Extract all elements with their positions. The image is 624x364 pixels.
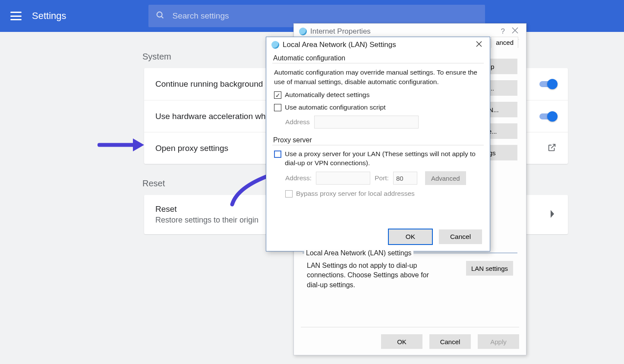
group-title: Automatic configuration (272, 54, 484, 62)
reset-title: Reset (155, 204, 258, 214)
row-label: Use hardware acceleration wh (155, 112, 266, 121)
window-title: Internet Properties (310, 27, 371, 36)
external-link-icon (547, 143, 557, 154)
checkbox-bypass-local[interactable] (285, 190, 293, 198)
group-title: Proxy server (272, 136, 484, 144)
cancel-button[interactable]: Cancel (439, 229, 482, 244)
lan-description: LAN Settings do not apply to dial-up con… (307, 261, 441, 290)
svg-line-1 (161, 16, 163, 18)
ok-button[interactable]: OK (381, 334, 422, 349)
row-label: Open proxy settings (155, 144, 228, 153)
group-automatic-config: Automatic configuration Automatic config… (272, 54, 484, 132)
svg-line-2 (551, 144, 555, 148)
menu-icon[interactable] (10, 12, 22, 20)
reset-subtitle: Restore settings to their origin (155, 216, 258, 225)
auto-config-description: Automatic configuration may override man… (274, 68, 482, 86)
window-title: Local Area Network (LAN) Settings (283, 41, 396, 49)
svg-point-0 (157, 12, 162, 17)
search-input[interactable] (173, 11, 485, 21)
checkbox-label: Bypass proxy server for local addresses (296, 189, 415, 198)
section-label-reset: Reset (142, 179, 165, 188)
checkbox-label: Use a proxy server for your LAN (These s… (285, 150, 482, 168)
toggle-background-apps[interactable] (539, 81, 557, 87)
lan-settings-button[interactable]: LAN settings (466, 261, 513, 276)
proxy-address-input[interactable] (316, 172, 370, 185)
section-label-system: System (142, 52, 171, 62)
close-icon[interactable] (509, 27, 521, 36)
proxy-address-label: Address: (285, 174, 312, 182)
svg-marker-3 (551, 210, 554, 218)
proxy-port-input[interactable] (393, 172, 417, 185)
lan-settings-window: Local Area Network (LAN) Settings Automa… (266, 37, 490, 251)
chevron-right-icon (550, 210, 555, 220)
checkbox-use-script[interactable] (274, 104, 281, 111)
group-proxy-server: Proxy server Use a proxy server for your… (272, 136, 484, 205)
annotation-arrow-icon (98, 138, 145, 152)
window-titlebar[interactable]: Local Area Network (LAN) Settings (266, 37, 490, 53)
checkbox-use-proxy[interactable] (274, 151, 281, 158)
checkbox-auto-detect[interactable]: ✓ (274, 91, 281, 99)
help-icon[interactable]: ? (497, 27, 509, 36)
apply-button[interactable]: Apply (478, 334, 519, 349)
globe-icon (271, 41, 279, 49)
tab-advanced[interactable]: anced (491, 37, 518, 48)
checkbox-label: Automatically detect settings (285, 91, 369, 100)
advanced-button[interactable]: Advanced (425, 171, 466, 185)
page-title: Settings (32, 10, 66, 22)
proxy-port-label: Port: (375, 174, 389, 182)
close-icon[interactable] (473, 41, 485, 49)
row-label: Continue running background (155, 79, 263, 89)
ok-button[interactable]: OK (389, 229, 432, 244)
svg-marker-5 (133, 138, 144, 151)
toggle-hardware-accel[interactable] (539, 113, 557, 119)
cancel-button[interactable]: Cancel (429, 334, 471, 349)
script-address-input[interactable] (314, 116, 419, 129)
checkbox-label: Use automatic configuration script (285, 103, 385, 112)
search-icon (155, 10, 165, 22)
globe-icon (299, 28, 307, 35)
lan-section-label: Local Area Network (LAN) settings (304, 249, 413, 257)
address-label: Address (285, 118, 310, 126)
